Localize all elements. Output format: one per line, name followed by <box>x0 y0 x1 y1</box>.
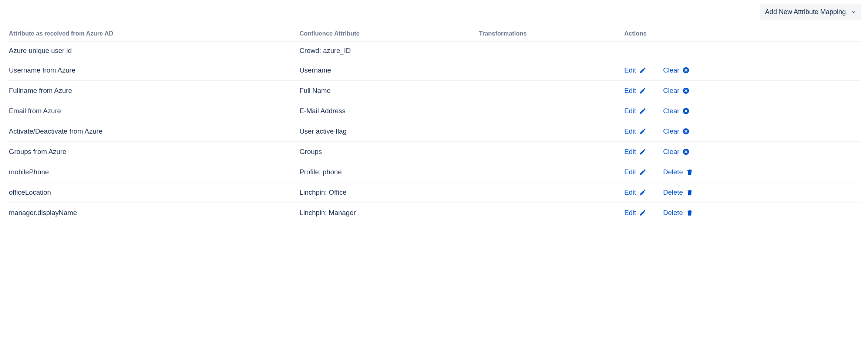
edit-button[interactable]: Edit <box>624 127 646 135</box>
edit-label: Edit <box>624 168 636 176</box>
edit-label: Edit <box>624 66 636 74</box>
chevron-down-icon <box>851 10 856 15</box>
pencil-icon <box>639 107 646 115</box>
edit-button[interactable]: Edit <box>624 209 646 217</box>
edit-button[interactable]: Edit <box>624 66 646 74</box>
delete-button[interactable]: Delete <box>663 209 693 217</box>
edit-label: Edit <box>624 87 636 95</box>
header-actions: Actions <box>622 30 861 41</box>
trash-icon <box>686 209 693 217</box>
x-circle-icon <box>682 67 690 74</box>
clear-label: Clear <box>663 66 679 74</box>
pencil-icon <box>639 67 646 74</box>
clear-label: Clear <box>663 127 679 135</box>
table-row: officeLocation Linchpin: Office Edit Del… <box>7 182 861 203</box>
table-row: Activate/Deactivate from Azure User acti… <box>7 121 861 142</box>
pencil-icon <box>639 128 646 135</box>
pencil-icon <box>639 189 646 196</box>
clear-button[interactable]: Clear <box>663 127 690 135</box>
clear-label: Clear <box>663 107 679 115</box>
cell-actions: Edit Clear <box>622 60 861 81</box>
x-circle-icon <box>682 87 690 94</box>
delete-button[interactable]: Delete <box>663 188 693 197</box>
cell-actions: Edit Clear <box>622 101 861 121</box>
cell-transformations <box>477 203 622 223</box>
pencil-icon <box>639 209 646 217</box>
table-row: manager.displayName Linchpin: Manager Ed… <box>7 203 861 223</box>
edit-button[interactable]: Edit <box>624 107 646 115</box>
cell-transformations <box>477 81 622 101</box>
cell-confluence: Full Name <box>297 81 477 101</box>
cell-confluence: User active flag <box>297 121 477 142</box>
clear-label: Clear <box>663 87 679 95</box>
cell-confluence: Linchpin: Office <box>297 182 477 203</box>
cell-transformations <box>477 162 622 182</box>
edit-label: Edit <box>624 209 636 217</box>
cell-actions: Edit Delete <box>622 162 861 182</box>
cell-actions <box>622 41 861 60</box>
cell-transformations <box>477 60 622 81</box>
cell-confluence: Username <box>297 60 477 81</box>
add-attribute-mapping-label: Add New Attribute Mapping <box>765 8 846 16</box>
edit-button[interactable]: Edit <box>624 87 646 95</box>
edit-button[interactable]: Edit <box>624 188 646 197</box>
cell-source: Username from Azure <box>7 60 297 81</box>
delete-button[interactable]: Delete <box>663 168 693 176</box>
header-source: Attribute as received from Azure AD <box>7 30 297 41</box>
trash-icon <box>686 168 693 176</box>
clear-button[interactable]: Clear <box>663 66 690 74</box>
edit-label: Edit <box>624 127 636 135</box>
clear-label: Clear <box>663 148 679 156</box>
cell-confluence: Groups <box>297 142 477 162</box>
cell-confluence: Crowd: azure_ID <box>297 41 477 60</box>
table-row: Fullname from Azure Full Name Edit Clear <box>7 81 861 101</box>
edit-label: Edit <box>624 107 636 115</box>
cell-source: Activate/Deactivate from Azure <box>7 121 297 142</box>
pencil-icon <box>639 148 646 155</box>
cell-actions: Edit Clear <box>622 121 861 142</box>
cell-source: mobilePhone <box>7 162 297 182</box>
clear-button[interactable]: Clear <box>663 148 690 156</box>
edit-label: Edit <box>624 188 636 197</box>
cell-transformations <box>477 182 622 203</box>
attribute-mapping-table: Attribute as received from Azure AD Conf… <box>7 30 861 223</box>
x-circle-icon <box>682 148 690 155</box>
cell-transformations <box>477 121 622 142</box>
edit-label: Edit <box>624 148 636 156</box>
delete-label: Delete <box>663 188 683 197</box>
clear-button[interactable]: Clear <box>663 87 690 95</box>
cell-confluence: E-Mail Address <box>297 101 477 121</box>
pencil-icon <box>639 168 646 176</box>
table-row: Username from Azure Username Edit Clear <box>7 60 861 81</box>
table-row: mobilePhone Profile: phone Edit Delete <box>7 162 861 182</box>
cell-transformations <box>477 41 622 60</box>
toolbar: Add New Attribute Mapping <box>7 4 861 20</box>
table-row: Groups from Azure Groups Edit Clear <box>7 142 861 162</box>
edit-button[interactable]: Edit <box>624 168 646 176</box>
cell-source: manager.displayName <box>7 203 297 223</box>
cell-actions: Edit Delete <box>622 182 861 203</box>
edit-button[interactable]: Edit <box>624 148 646 156</box>
cell-actions: Edit Delete <box>622 203 861 223</box>
trash-icon <box>686 189 693 196</box>
cell-source: Groups from Azure <box>7 142 297 162</box>
cell-source: Email from Azure <box>7 101 297 121</box>
cell-confluence: Profile: phone <box>297 162 477 182</box>
cell-transformations <box>477 101 622 121</box>
cell-confluence: Linchpin: Manager <box>297 203 477 223</box>
x-circle-icon <box>682 107 690 115</box>
cell-source: Azure unique user id <box>7 41 297 60</box>
delete-label: Delete <box>663 168 683 176</box>
clear-button[interactable]: Clear <box>663 107 690 115</box>
header-transformations: Transformations <box>477 30 622 41</box>
pencil-icon <box>639 87 646 94</box>
cell-transformations <box>477 142 622 162</box>
cell-actions: Edit Clear <box>622 81 861 101</box>
cell-source: Fullname from Azure <box>7 81 297 101</box>
cell-actions: Edit Clear <box>622 142 861 162</box>
table-row: Email from Azure E-Mail Address Edit Cle… <box>7 101 861 121</box>
x-circle-icon <box>682 128 690 135</box>
cell-source: officeLocation <box>7 182 297 203</box>
add-attribute-mapping-button[interactable]: Add New Attribute Mapping <box>760 4 861 20</box>
table-header-row: Attribute as received from Azure AD Conf… <box>7 30 861 41</box>
